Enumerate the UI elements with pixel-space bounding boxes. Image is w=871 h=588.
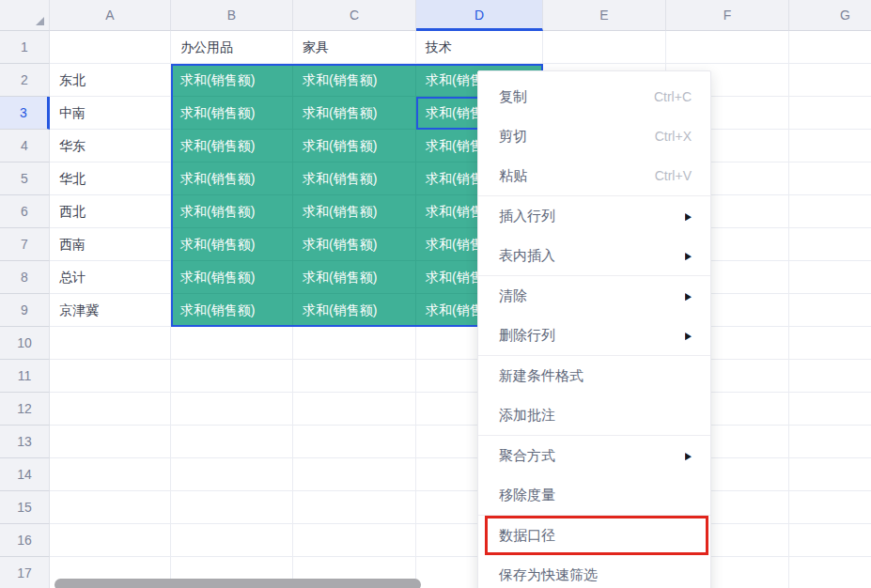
- menu-item-save-as-quick-filter[interactable]: 保存为快速筛选: [478, 555, 710, 588]
- cell-A10[interactable]: [50, 327, 171, 360]
- row-header-6[interactable]: 6: [0, 195, 50, 228]
- cell-A5[interactable]: 华北: [50, 162, 171, 195]
- cell-G16[interactable]: [789, 524, 871, 557]
- select-all-corner[interactable]: [0, 0, 50, 31]
- column-header-G[interactable]: G: [789, 0, 871, 31]
- cell-A4[interactable]: 华东: [50, 130, 171, 162]
- cell-G1[interactable]: [789, 31, 871, 64]
- row-header-12[interactable]: 12: [0, 393, 50, 426]
- cell-G14[interactable]: [789, 458, 871, 491]
- cell-C5[interactable]: 求和(销售额): [293, 162, 416, 195]
- cell-G10[interactable]: [789, 327, 871, 360]
- menu-item-paste[interactable]: 粘贴Ctrl+V: [478, 156, 710, 195]
- cell-C8[interactable]: 求和(销售额): [293, 261, 416, 294]
- cell-G13[interactable]: [789, 426, 871, 458]
- cell-B12[interactable]: [171, 393, 293, 426]
- cell-B6[interactable]: 求和(销售额): [171, 195, 293, 228]
- cell-A8[interactable]: 总计: [50, 261, 171, 294]
- cell-C10[interactable]: [293, 327, 416, 360]
- cell-A1[interactable]: [50, 31, 171, 64]
- cell-A6[interactable]: 西北: [50, 195, 171, 228]
- cell-A3[interactable]: 中南: [50, 97, 171, 130]
- cell-B10[interactable]: [171, 327, 293, 360]
- cell-B5[interactable]: 求和(销售额): [171, 162, 293, 195]
- cell-A2[interactable]: 东北: [50, 64, 171, 97]
- cell-G11[interactable]: [789, 360, 871, 393]
- cell-F1[interactable]: [666, 31, 789, 64]
- cell-B9[interactable]: 求和(销售额): [171, 294, 293, 327]
- cell-C4[interactable]: 求和(销售额): [293, 130, 416, 162]
- cell-C9[interactable]: 求和(销售额): [293, 294, 416, 327]
- row-header-5[interactable]: 5: [0, 162, 50, 195]
- column-header-C[interactable]: C: [293, 0, 416, 31]
- cell-G4[interactable]: [789, 130, 871, 162]
- row-header-13[interactable]: 13: [0, 426, 50, 458]
- cell-B7[interactable]: 求和(销售额): [171, 228, 293, 261]
- menu-item-remove-measure[interactable]: 移除度量: [478, 475, 710, 515]
- cell-G12[interactable]: [789, 393, 871, 426]
- menu-item-new-conditional-format[interactable]: 新建条件格式: [478, 356, 710, 395]
- row-header-7[interactable]: 7: [0, 228, 50, 261]
- column-header-D[interactable]: D: [416, 0, 543, 31]
- cell-B13[interactable]: [171, 426, 293, 458]
- cell-B16[interactable]: [171, 524, 293, 557]
- column-header-F[interactable]: F: [666, 0, 789, 31]
- cell-B3[interactable]: 求和(销售额): [171, 97, 293, 130]
- row-header-9[interactable]: 9: [0, 294, 50, 327]
- cell-B14[interactable]: [171, 458, 293, 491]
- cell-G8[interactable]: [789, 261, 871, 294]
- cell-G7[interactable]: [789, 228, 871, 261]
- cell-G15[interactable]: [789, 491, 871, 524]
- row-header-1[interactable]: 1: [0, 31, 50, 64]
- cell-D1[interactable]: 技术: [416, 31, 543, 64]
- cell-B2[interactable]: 求和(销售额): [171, 64, 293, 97]
- cell-C16[interactable]: [293, 524, 416, 557]
- row-header-16[interactable]: 16: [0, 524, 50, 557]
- column-header-E[interactable]: E: [543, 0, 666, 31]
- cell-B1[interactable]: 办公用品: [171, 31, 293, 64]
- cell-C13[interactable]: [293, 426, 416, 458]
- row-header-4[interactable]: 4: [0, 130, 50, 162]
- menu-item-clear[interactable]: 清除▶: [478, 276, 710, 316]
- cell-E1[interactable]: [543, 31, 666, 64]
- column-header-B[interactable]: B: [171, 0, 293, 31]
- row-header-15[interactable]: 15: [0, 491, 50, 524]
- row-header-8[interactable]: 8: [0, 261, 50, 294]
- cell-A15[interactable]: [50, 491, 171, 524]
- cell-C2[interactable]: 求和(销售额): [293, 64, 416, 97]
- menu-item-cut[interactable]: 剪切Ctrl+X: [478, 116, 710, 156]
- cell-C15[interactable]: [293, 491, 416, 524]
- cell-A7[interactable]: 西南: [50, 228, 171, 261]
- cell-A9[interactable]: 京津冀: [50, 294, 171, 327]
- cell-C11[interactable]: [293, 360, 416, 393]
- horizontal-scrollbar-thumb[interactable]: [54, 579, 421, 588]
- cell-A14[interactable]: [50, 458, 171, 491]
- row-header-14[interactable]: 14: [0, 458, 50, 491]
- row-header-2[interactable]: 2: [0, 64, 50, 97]
- row-header-3[interactable]: 3: [0, 97, 50, 130]
- menu-item-data-caliber[interactable]: 数据口径: [478, 516, 710, 555]
- cell-G6[interactable]: [789, 195, 871, 228]
- cell-G5[interactable]: [789, 162, 871, 195]
- cell-C1[interactable]: 家具: [293, 31, 416, 64]
- menu-item-insert-rows-cols[interactable]: 插入行列▶: [478, 196, 710, 236]
- row-header-10[interactable]: 10: [0, 327, 50, 360]
- menu-item-delete-rows-cols[interactable]: 删除行列▶: [478, 316, 710, 355]
- cell-G17[interactable]: [789, 557, 871, 588]
- cell-B11[interactable]: [171, 360, 293, 393]
- cell-A16[interactable]: [50, 524, 171, 557]
- cell-A12[interactable]: [50, 393, 171, 426]
- cell-B15[interactable]: [171, 491, 293, 524]
- menu-item-add-comment[interactable]: 添加批注: [478, 395, 710, 435]
- row-header-11[interactable]: 11: [0, 360, 50, 393]
- cell-A13[interactable]: [50, 426, 171, 458]
- row-header-17[interactable]: 17: [0, 557, 50, 588]
- cell-B8[interactable]: 求和(销售额): [171, 261, 293, 294]
- cell-G2[interactable]: [789, 64, 871, 97]
- cell-B4[interactable]: 求和(销售额): [171, 130, 293, 162]
- menu-item-insert-in-table[interactable]: 表内插入▶: [478, 236, 710, 275]
- cell-A11[interactable]: [50, 360, 171, 393]
- cell-G3[interactable]: [789, 97, 871, 130]
- cell-C12[interactable]: [293, 393, 416, 426]
- cell-G9[interactable]: [789, 294, 871, 327]
